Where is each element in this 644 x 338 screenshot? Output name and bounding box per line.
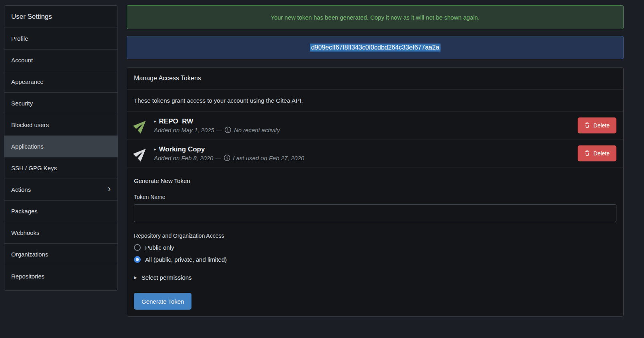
caret-right-icon: ▸ [154,119,156,124]
radio-all-access[interactable]: All (public, private, and limited) [134,256,616,263]
token-name[interactable]: ▸ Working Copy [154,145,578,153]
panel-description: These tokens grant access to your accoun… [127,89,623,111]
sidebar-item-appearance[interactable]: Appearance [4,71,118,93]
repo-org-access-label: Repository and Organization Access [134,233,616,239]
success-flash-message: Your new token has been generated. Copy … [127,5,624,29]
generate-token-heading: Generate New Token [134,177,616,184]
sidebar-item-profile[interactable]: Profile [4,28,118,50]
token-meta: Added on Feb 8, 2020 — Last used on Feb … [154,155,578,161]
token-row: ▸ REPO_RW Added on May 1, 2025 — No rece… [127,111,623,139]
token-name[interactable]: ▸ REPO_RW [154,117,578,125]
caret-right-icon: ▶ [134,275,137,280]
radio-button-icon[interactable] [134,256,141,263]
trash-icon [584,122,590,128]
paper-plane-icon [131,115,152,135]
sidebar-item-packages[interactable]: Packages [4,201,118,222]
manage-tokens-panel: Manage Access Tokens These tokens grant … [127,67,624,317]
delete-token-button[interactable]: Delete [578,117,616,133]
sidebar-item-webhooks[interactable]: Webhooks [4,222,118,244]
panel-title: Manage Access Tokens [127,68,623,89]
token-name-input[interactable] [134,204,616,222]
generate-token-section: Generate New Token Token Name Repository… [127,167,623,316]
token-name-label: Token Name [134,194,616,200]
sidebar-item-blocked-users[interactable]: Blocked users [4,114,118,136]
sidebar-item-ssh-gpg-keys[interactable]: SSH / GPG Keys [4,157,118,179]
delete-token-button[interactable]: Delete [578,145,616,161]
info-icon [225,127,231,133]
settings-sidebar: User Settings Profile Account Appearance… [4,5,118,291]
sidebar-title: User Settings [4,6,118,28]
sidebar-item-actions[interactable]: Actions › [4,179,118,201]
radio-button-icon[interactable] [134,244,141,251]
sidebar-item-applications[interactable]: Applications [4,136,118,157]
trash-icon [584,150,590,156]
token-meta: Added on May 1, 2025 — No recent activit… [154,127,578,133]
new-token-value[interactable]: d909ecff67f8ff343c0f0cdbd264c33ef677aa2a [310,44,441,52]
generate-token-button[interactable]: Generate Token [134,293,191,310]
select-permissions-toggle[interactable]: ▶ Select permissions [134,274,616,281]
sidebar-item-security[interactable]: Security [4,93,118,114]
new-token-box[interactable]: d909ecff67f8ff343c0f0cdbd264c33ef677aa2a [127,36,624,59]
chevron-right-icon: › [108,185,111,193]
info-icon [224,155,230,161]
token-row: ▸ Working Copy Added on Feb 8, 2020 — La… [127,139,623,167]
settings-page: User Settings Profile Account Appearance… [0,0,644,338]
sidebar-item-organizations[interactable]: Organizations [4,244,118,265]
sidebar-item-repositories[interactable]: Repositories [4,265,118,287]
caret-right-icon: ▸ [154,147,156,152]
sidebar-item-account[interactable]: Account [4,50,118,71]
main-content: Your new token has been generated. Copy … [127,5,624,338]
radio-public-only[interactable]: Public only [134,244,616,251]
paper-plane-icon [131,143,152,163]
